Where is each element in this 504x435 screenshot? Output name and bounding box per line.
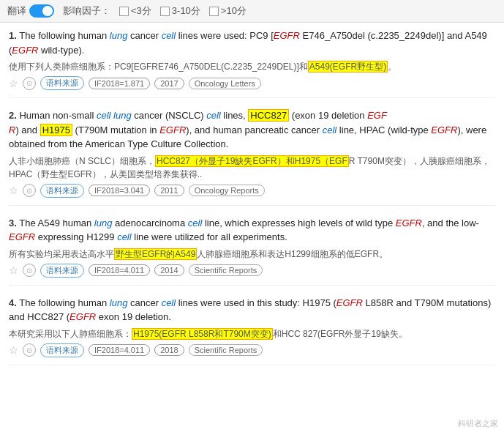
filter-3to10-checkbox[interactable] — [160, 7, 170, 16]
result-item-2: 2. Human non-small cell lung cancer (NSC… — [9, 108, 495, 206]
result-item-4: 4. The following human lung cancer cell … — [9, 296, 495, 365]
result-3-source-tag[interactable]: 语料来源 — [40, 264, 84, 278]
impact-label: 影响因子： — [63, 4, 110, 18]
result-1-lung: lung — [110, 30, 128, 41]
filter-more10-checkbox[interactable] — [209, 7, 219, 16]
filter-more10[interactable]: >10分 — [209, 4, 247, 18]
result-3-star[interactable]: ☆ — [9, 264, 18, 276]
result-2-meta: ☆ ⊙ 语料来源 IF2018=3.041 2011 Oncology Repo… — [9, 184, 495, 198]
result-1-meta: ☆ ⊙ 语料来源 IF2018=1.871 2017 Oncology Lett… — [9, 76, 495, 90]
result-item-3: 3. The A549 human lung adenocarcinoma ce… — [9, 216, 495, 286]
result-4-egfr2: EGFR — [69, 311, 96, 322]
result-1-english: 1. The following human lung cancer cell … — [9, 29, 495, 57]
result-1-circle[interactable]: ⊙ — [23, 77, 36, 90]
result-2-cell2: cell — [323, 124, 337, 135]
result-item-1: 1. The following human lung cancer cell … — [9, 29, 495, 98]
result-4-chinese: 本研究采用以下人肺癌细胞系：H1975(EGFR L858R和T790M突变)和… — [9, 327, 495, 341]
result-1-star[interactable]: ☆ — [9, 78, 18, 89]
result-2-egfr3: EGFR — [431, 124, 457, 135]
result-4-english: 4. The following human lung cancer cell … — [9, 296, 495, 324]
result-4-meta: ☆ ⊙ 语料来源 IF2018=4.011 2018 Scientific Re… — [9, 343, 495, 357]
result-2-source-tag[interactable]: 语料来源 — [40, 184, 84, 198]
result-2-english: 2. Human non-small cell lung cancer (NSC… — [9, 108, 495, 152]
result-4-circle[interactable]: ⊙ — [23, 343, 36, 357]
result-3-cell: cell — [188, 218, 203, 228]
result-2-chinese: 人非小细胞肺癌（N SCLC）细胞系，HCC827（外显子19缺失EGFR）和H… — [9, 155, 495, 181]
result-3-lung: lung — [94, 218, 113, 228]
result-4-year: 2018 — [154, 344, 184, 356]
results-area: 1. The following human lung cancer cell … — [0, 23, 504, 382]
translate-toggle[interactable] — [29, 4, 54, 18]
result-4-if: IF2018=4.011 — [89, 344, 150, 356]
result-4-egfr1: EGFR — [336, 297, 363, 308]
result-2-cell: cell — [206, 110, 221, 121]
result-2-year: 2011 — [154, 185, 184, 196]
result-4-star[interactable]: ☆ — [9, 344, 18, 356]
result-2-cell-lung: cell lung — [97, 110, 132, 121]
translate-toggle-container[interactable]: 翻译 — [7, 4, 54, 18]
result-1-journal: Oncology Letters — [189, 78, 261, 89]
result-4-journal: Scientific Reports — [189, 344, 263, 356]
result-3-journal: Scientific Reports — [189, 264, 263, 276]
result-2-number: 2. — [9, 110, 17, 121]
result-1-number: 1. — [9, 30, 17, 41]
top-bar: 翻译 影响因子： <3分 3-10分 >10分 — [0, 0, 504, 23]
result-3-chinese: 所有实验均采用表达高水平野生型EGFR的A549人肺腺癌细胞系和表达H1299细… — [9, 248, 495, 261]
filter-less3[interactable]: <3分 — [119, 4, 151, 18]
result-1-egfr2: EGFR — [12, 45, 38, 56]
result-3-circle[interactable]: ⊙ — [23, 264, 36, 277]
result-3-meta: ☆ ⊙ 语料来源 IF2018=4.011 2014 Scientific Re… — [9, 264, 495, 278]
result-1-egfr1: EGFR — [274, 30, 300, 41]
result-4-cell: cell — [162, 297, 176, 308]
result-2-h1975: H1975 — [40, 124, 72, 136]
result-1-highlight: A549(EGFR野生型) — [308, 61, 388, 72]
result-3-egfr1: EGFR — [396, 218, 422, 228]
result-1-source-tag[interactable]: 语料来源 — [40, 76, 84, 90]
result-2-hcc827: HCC827 — [248, 109, 289, 122]
result-1-year: 2017 — [154, 78, 184, 89]
result-4-number: 4. — [9, 297, 17, 308]
result-1-if: IF2018=1.871 — [89, 78, 150, 89]
result-2-circle[interactable]: ⊙ — [23, 184, 36, 197]
result-3-cell2: cell — [117, 231, 132, 242]
result-4-source-tag[interactable]: 语料来源 — [40, 343, 84, 357]
result-3-if: IF2018=4.011 — [89, 264, 150, 276]
translate-label: 翻译 — [7, 4, 26, 18]
result-2-if: IF2018=3.041 — [89, 185, 150, 196]
filter-3to10[interactable]: 3-10分 — [160, 4, 200, 18]
result-2-journal: Oncology Reports — [189, 185, 265, 196]
result-3-number: 3. — [9, 218, 17, 228]
result-3-english: 3. The A549 human lung adenocarcinoma ce… — [9, 216, 495, 245]
result-3-highlight: 野生型EGFR的A549 — [114, 248, 197, 260]
watermark: 科研者之家 — [458, 418, 498, 429]
filter-less3-checkbox[interactable] — [119, 7, 129, 16]
result-3-egfr2: EGFR — [9, 231, 35, 242]
result-4-highlight: H1975(EGFR L858R和T790M突变) — [132, 328, 273, 340]
result-3-year: 2014 — [154, 264, 184, 276]
result-2-highlight: HCC827（外显子19缺失EGFR）和H1975（EGF — [155, 155, 349, 167]
result-4-lung: lung — [110, 297, 128, 308]
result-1-cell: cell — [162, 30, 176, 41]
result-2-star[interactable]: ☆ — [9, 185, 18, 196]
result-1-chinese: 使用下列人类肺癌细胞系：PC9[EGFRE746_A750DEL(C.2235_… — [9, 60, 495, 73]
result-2-egfr2: EGFR — [159, 124, 186, 135]
